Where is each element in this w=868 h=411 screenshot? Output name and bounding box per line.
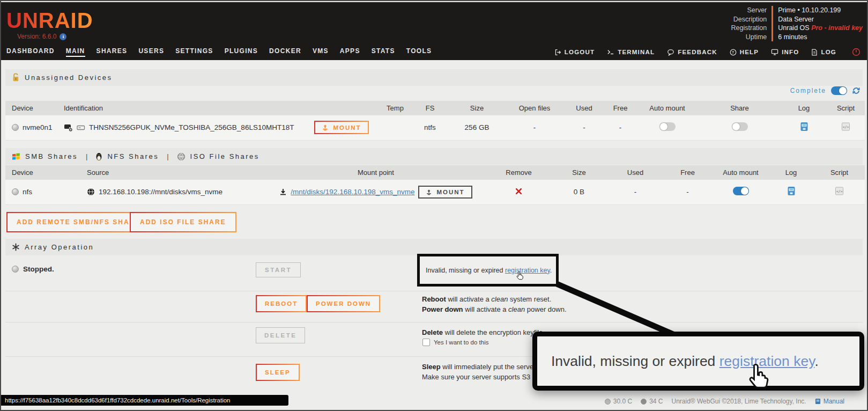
cell-used: - <box>564 115 604 140</box>
svg-text:</>: </> <box>836 189 843 194</box>
tab-dashboard[interactable]: DASHBOARD <box>6 47 55 57</box>
tab-plugins[interactable]: PLUGINS <box>225 47 258 57</box>
delete-button[interactable]: DELETE <box>256 327 305 343</box>
tab-tools[interactable]: TOOLS <box>406 47 432 57</box>
registration-value: Unraid OS Pro - invalid key <box>771 24 863 33</box>
table-row: nfs 192.168.10.198://mnt/disks/vms_nvme … <box>5 180 865 204</box>
share-source: 192.168.10.198://mnt/disks/vms_nvme <box>99 188 222 196</box>
terminal-button[interactable]: TERMINAL <box>607 49 655 55</box>
add-remote-share-button[interactable]: ADD REMOTE SMB/NFS SHARE <box>6 212 151 232</box>
manual-link[interactable]: Manual <box>815 398 844 405</box>
description-value: Data Server <box>771 15 863 24</box>
tab-apps[interactable]: APPS <box>340 47 360 57</box>
system-info-panel: Server Prime • 10.10.20.199 Description … <box>731 6 863 41</box>
tab-shares[interactable]: SHARES <box>97 47 128 57</box>
smb-shares-link[interactable]: SMB Shares <box>25 152 78 160</box>
tab-settings[interactable]: SETTINGS <box>175 47 213 57</box>
delete-help-text: Delete will delete the encryption keyfil… <box>422 327 545 337</box>
smb-windows-icon <box>12 153 20 160</box>
col-device: Device <box>5 101 57 115</box>
feedback-icon <box>667 49 674 56</box>
cell-free: - <box>662 180 713 204</box>
description-label: Description <box>731 15 772 24</box>
section-unassigned-devices: Unassigned Devices <box>5 69 863 86</box>
col-log: Log <box>768 165 814 180</box>
mount-button[interactable]: MOUNT <box>418 186 472 199</box>
nav-tabs: DASHBOARD MAIN SHARES USERS SETTINGS PLU… <box>6 47 432 57</box>
footer-copyright: Unraid® WebGui ©2018, Lime Technology, I… <box>671 398 806 405</box>
script-icon[interactable]: </> <box>841 122 850 131</box>
auto-mount-toggle[interactable] <box>733 187 749 195</box>
table-row: nvme0n1 THNSN5256GPUK_NVMe_TOSHIBA_256GB… <box>5 115 865 140</box>
col-open-files: Open files <box>505 101 564 115</box>
unlock-icon <box>12 73 20 82</box>
manual-book-icon <box>815 398 821 405</box>
partition-icon <box>77 124 85 131</box>
reboot-button[interactable]: REBOOT <box>256 295 307 312</box>
log-icon[interactable] <box>787 186 796 196</box>
device-identification: THNSN5256GPUK_NVMe_TOSHIBA_256GB_86LS10M… <box>89 123 294 131</box>
version-info-icon[interactable]: i <box>60 33 66 40</box>
col-device: Device <box>5 165 80 180</box>
auto-mount-toggle[interactable] <box>659 122 676 131</box>
feedback-button[interactable]: FEEDBACK <box>667 49 717 56</box>
refresh-icon[interactable] <box>852 86 860 95</box>
remove-x-icon[interactable] <box>515 188 522 195</box>
delete-confirm-checkbox[interactable] <box>422 339 430 346</box>
col-mount-point: Mount point <box>264 165 488 180</box>
unassigned-devices-table: Device Identification Temp FS Size Open … <box>5 101 863 141</box>
version-label: Version: 6.6.0 <box>17 33 56 40</box>
sleep-button[interactable]: SLEEP <box>256 364 300 381</box>
reboot-help-text: Reboot will activate a clean system rese… <box>422 294 567 314</box>
system-alert-button[interactable] <box>852 48 860 56</box>
zoom-annotation-box: Invalid, missing or expired registration… <box>532 332 864 391</box>
help-button[interactable]: ? HELP <box>730 49 759 56</box>
svg-text:</>: </> <box>843 125 849 129</box>
nfs-tux-icon <box>95 152 102 161</box>
uptime-label: Uptime <box>731 33 772 42</box>
log-icon[interactable] <box>800 122 808 131</box>
complete-toggle[interactable] <box>831 86 847 95</box>
mount-button[interactable]: MOUNT <box>314 121 368 134</box>
link-preview-statusbar: https://f75638aa12fb340c8dcdd63d6f1ffd73… <box>1 395 288 406</box>
mount-point-link[interactable]: /mnt/disks/192.168.10.198_vms_nvme <box>291 188 414 196</box>
complete-label: Complete <box>790 87 826 94</box>
tab-stats[interactable]: STATS <box>372 47 395 57</box>
registration-key-link[interactable]: registration key <box>505 267 550 274</box>
array-asterisk-icon <box>12 243 20 251</box>
cell-temp <box>379 115 411 140</box>
tab-users[interactable]: USERS <box>138 47 164 57</box>
col-auto-mount: Auto mount <box>636 101 698 115</box>
device-name[interactable]: nvme0n1 <box>23 123 53 131</box>
power-down-button[interactable]: POWER DOWN <box>307 295 380 312</box>
iso-file-shares-link[interactable]: ISO File Shares <box>190 152 259 160</box>
col-temp: Temp <box>379 101 411 115</box>
col-identification: Identification <box>57 101 304 115</box>
col-source: Source <box>80 165 264 180</box>
log-button[interactable]: LOG <box>811 49 836 56</box>
cursor-hand-icon-zoomed <box>745 362 773 392</box>
delete-confirm-row: Yes I want to do this <box>422 339 489 346</box>
tab-docker[interactable]: DOCKER <box>269 47 301 57</box>
complete-toggle-group: Complete <box>790 86 860 95</box>
nfs-shares-link[interactable]: NFS Shares <box>107 152 159 160</box>
server-value: Prime • 10.10.20.199 <box>771 6 863 15</box>
svg-text:?: ? <box>732 50 735 55</box>
mount-icon <box>322 124 329 131</box>
share-device-name: nfs <box>23 188 32 196</box>
server-label: Server <box>731 6 772 15</box>
row-divider <box>5 322 863 322</box>
share-toggle[interactable] <box>732 122 748 131</box>
script-icon[interactable]: </> <box>835 187 844 195</box>
footer-temp-2: 34 C <box>649 398 663 405</box>
unraid-webgui-window: UNRAID Version: 6.6.0 i Server Prime • 1… <box>0 0 868 411</box>
info-button[interactable]: INFO <box>771 49 799 55</box>
invalid-key-flag: Pro - invalid key <box>811 24 863 32</box>
logout-button[interactable]: LOGOUT <box>554 49 595 56</box>
registration-warning-box: Invalid, missing or expired registration… <box>417 254 559 287</box>
tab-main[interactable]: MAIN <box>66 47 85 57</box>
start-button[interactable]: START <box>256 262 301 277</box>
tab-vms[interactable]: VMS <box>313 47 329 57</box>
add-iso-share-button[interactable]: ADD ISO FILE SHARE <box>130 212 236 232</box>
cell-free: - <box>604 115 636 140</box>
